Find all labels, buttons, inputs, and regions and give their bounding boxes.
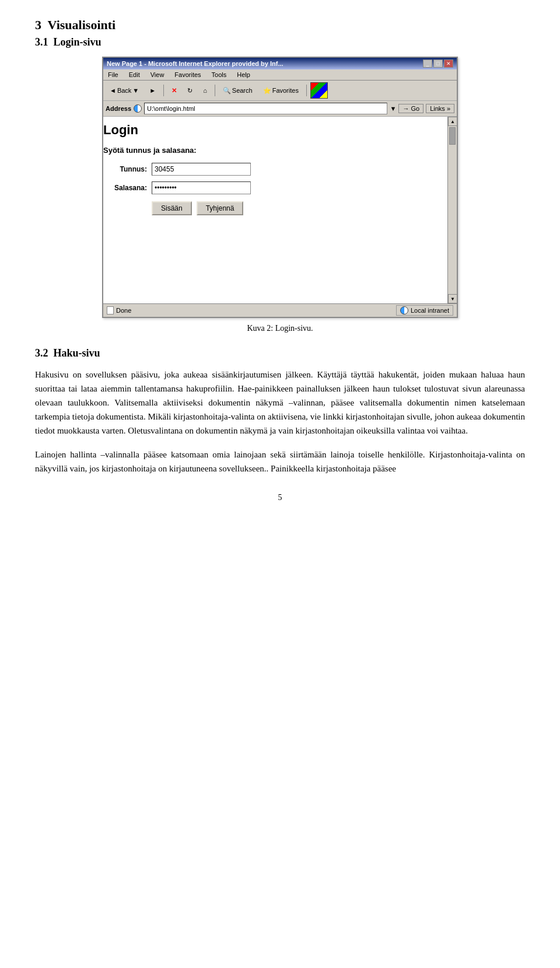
browser-scrollbar: ▲ ▼ xyxy=(447,117,457,303)
scrollbar-down-button[interactable]: ▼ xyxy=(448,294,457,303)
refresh-icon: ↻ xyxy=(187,87,192,95)
password-input[interactable] xyxy=(152,181,251,194)
browser-addressbar: Address U:\omt\login.html ▼ → Go Links » xyxy=(103,101,457,117)
forward-button[interactable]: ► xyxy=(145,85,160,96)
links-button[interactable]: Links » xyxy=(426,104,454,113)
scrollbar-track xyxy=(448,126,457,294)
back-button[interactable]: ◄ Back ▼ xyxy=(106,85,143,96)
username-input[interactable] xyxy=(152,163,251,176)
maximize-button[interactable]: □ xyxy=(433,60,443,68)
statusbar-left: Done xyxy=(107,306,131,314)
windows-logo xyxy=(310,82,328,99)
browser-menubar: File Edit View Favorites Tools Help xyxy=(103,69,457,81)
page-number: 5 xyxy=(35,493,525,502)
browser-titlebar: New Page 1 - Microsoft Internet Explorer… xyxy=(103,58,457,69)
browser-toolbar: ◄ Back ▼ ► ✕ ↻ ⌂ 🔍 Search ⭐ Favorites xyxy=(103,81,457,101)
password-label: Salasana: xyxy=(103,184,147,192)
login-submit-button[interactable]: Sisään xyxy=(152,201,192,215)
home-button[interactable]: ⌂ xyxy=(199,85,211,96)
section32-heading: 3.2 Haku-sivu xyxy=(35,347,525,359)
menu-edit[interactable]: Edit xyxy=(127,71,142,79)
menu-file[interactable]: File xyxy=(106,71,121,79)
home-icon: ⌂ xyxy=(203,87,207,94)
login-clear-button[interactable]: Tyhjennä xyxy=(197,201,244,215)
links-dropdown-icon: » xyxy=(447,105,450,112)
star-icon: ⭐ xyxy=(263,87,271,95)
back-dropdown-icon: ▼ xyxy=(132,87,139,94)
go-button[interactable]: → Go xyxy=(398,104,424,113)
section-heading: 3 Visualisointi xyxy=(35,18,525,33)
favorites-button[interactable]: ⭐ Favorites xyxy=(259,85,303,96)
zone-text: Local intranet xyxy=(411,307,449,314)
go-arrow-icon: → xyxy=(402,105,409,112)
minimize-button[interactable]: _ xyxy=(423,60,432,68)
menu-favorites[interactable]: Favorites xyxy=(172,71,203,79)
figure-caption: Kuva 2: Login-sivu. xyxy=(35,324,525,333)
back-icon: ◄ xyxy=(110,87,116,94)
body-paragraph-2: Lainojen hallinta –valinnalla pääsee kat… xyxy=(35,448,525,476)
stop-icon: ✕ xyxy=(172,87,177,95)
menu-help[interactable]: Help xyxy=(235,71,253,79)
statusbar-zone: Local intranet xyxy=(396,305,453,316)
titlebar-buttons: _ □ ✕ xyxy=(423,60,453,68)
username-label: Tunnus: xyxy=(103,165,147,173)
search-button[interactable]: 🔍 Search xyxy=(219,85,257,96)
toolbar-separator-2 xyxy=(215,85,215,96)
browser-content-area: Login Syötä tunnus ja salasana: Tunnus: … xyxy=(103,117,457,303)
address-input[interactable]: U:\omt\login.html xyxy=(144,103,387,114)
browser-statusbar: Done Local intranet xyxy=(103,303,457,317)
toolbar-separator-3 xyxy=(306,85,307,96)
page-icon xyxy=(107,306,114,314)
login-buttons: Sisään Tyhjennä xyxy=(152,201,251,215)
menu-tools[interactable]: Tools xyxy=(209,71,229,79)
address-dropdown-icon[interactable]: ▼ xyxy=(390,105,396,112)
login-subtitle: Syötä tunnus ja salasana: xyxy=(103,146,251,155)
scrollbar-thumb[interactable] xyxy=(449,127,456,145)
browser-title: New Page 1 - Microsoft Internet Explorer… xyxy=(107,60,284,67)
toolbar-separator-1 xyxy=(163,85,164,96)
browser-content: Login Syötä tunnus ja salasana: Tunnus: … xyxy=(103,117,447,303)
stop-button[interactable]: ✕ xyxy=(167,85,181,96)
search-icon: 🔍 xyxy=(223,87,231,95)
zone-globe-icon xyxy=(400,306,408,314)
menu-view[interactable]: View xyxy=(148,71,167,79)
username-row: Tunnus: xyxy=(103,163,251,176)
address-globe-icon xyxy=(134,104,142,113)
close-button[interactable]: ✕ xyxy=(444,60,453,68)
forward-icon: ► xyxy=(149,87,156,94)
scrollbar-up-button[interactable]: ▲ xyxy=(448,117,457,126)
status-text: Done xyxy=(116,307,131,314)
address-label: Address xyxy=(106,105,131,112)
subsection-heading: 3.1 Login-sivu xyxy=(35,36,525,48)
body-paragraph-1: Hakusivu on sovelluksen pääsivu, joka au… xyxy=(35,368,525,438)
password-row: Salasana: xyxy=(103,181,251,194)
refresh-button[interactable]: ↻ xyxy=(183,85,197,96)
login-title: Login xyxy=(103,123,251,138)
browser-window: New Page 1 - Microsoft Internet Explorer… xyxy=(102,57,458,318)
